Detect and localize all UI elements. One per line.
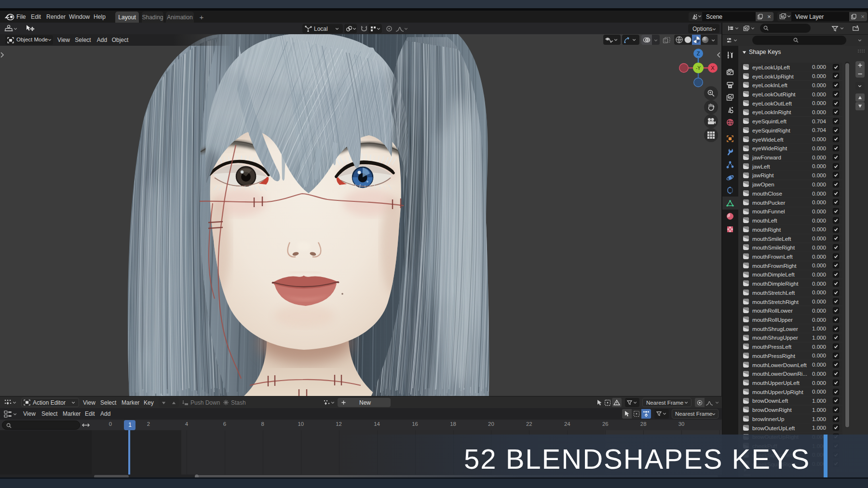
svg-text:Z: Z bbox=[697, 51, 700, 56]
svg-text:X: X bbox=[711, 65, 715, 71]
svg-text:-Y: -Y bbox=[696, 66, 701, 71]
